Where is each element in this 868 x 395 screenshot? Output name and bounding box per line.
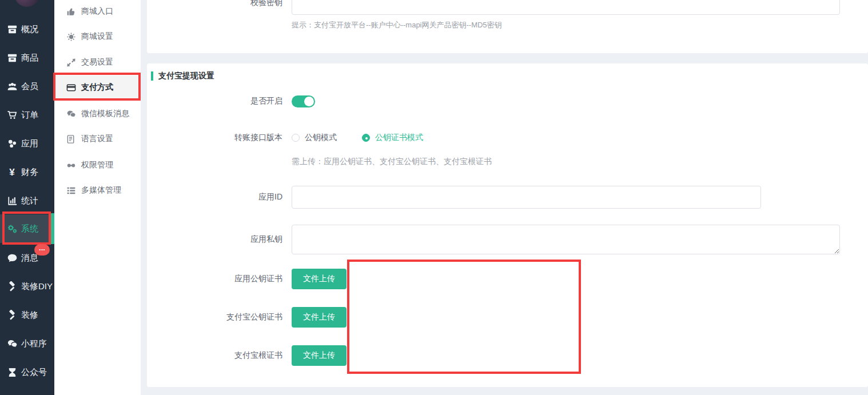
goods-icon [6,52,18,63]
sidebar-item-label: 会员 [21,81,38,92]
sidebar-item-label: 商品 [21,53,38,63]
private-key-textarea[interactable] [292,225,840,254]
sidebar-item-orders[interactable]: 订单 [0,101,54,129]
official-account-icon [6,366,18,378]
menu-item-wechat-template[interactable]: 微信模板消息 [54,101,141,126]
menu-item-label: 微信模板消息 [81,109,129,119]
menu-item-media-manage[interactable]: 多媒体管理 [54,178,141,203]
message-icon [6,252,18,264]
alipay-public-cert-upload-button[interactable]: 文件上传 [292,307,347,328]
app-public-cert-upload-button[interactable]: 文件上传 [292,269,347,289]
verify-key-input[interactable] [292,0,840,15]
message-count-badge: ... [34,244,50,256]
permission-icon [66,160,76,170]
sidebar-item-finance[interactable]: ¥ 财务 [0,158,54,186]
wechat-template-icon [66,109,76,119]
menu-item-label: 商城设置 [81,31,113,42]
shop-settings-icon [66,31,76,42]
menu-item-label: 权限管理 [81,160,113,170]
sidebar-item-members[interactable]: 会员 [0,72,54,101]
toggle-knob [304,97,314,106]
menu-item-language-settings[interactable]: 语言设置 [54,126,141,151]
radio-option-cert-mode[interactable]: 公钥证书模式 [362,133,423,143]
menu-item-label: 商城入口 [81,6,113,17]
sidebar-item-label: 应用 [21,138,38,149]
alipay-root-cert-upload-button[interactable]: 文件上传 [292,345,347,366]
trade-settings-icon [66,57,76,67]
miniprogram-icon [6,338,18,349]
payment-method-icon [66,82,76,93]
sidebar-item-label: 装修 [21,310,38,321]
sidebar-item-diy[interactable]: 装修DIY [0,272,54,301]
sidebar-item-label: 订单 [21,110,38,121]
sidebar-item-label: 装修DIY [21,281,53,292]
sidebar-item-fitment[interactable]: 装修 [0,301,54,329]
primary-sidebar: 概况 商品 会员 订单 应用 ¥ [0,0,54,395]
radio-option-public-key[interactable]: 公钥模式 [292,133,337,143]
menu-item-shop-settings[interactable]: 商城设置 [54,24,141,49]
sidebar-item-label: 小程序 [21,338,47,349]
main-content: 校验密钥 提示：支付宝开放平台--账户中心--mapi网关产品密钥--MD5密钥… [141,0,868,395]
version-label: 转账接口版本 [147,133,282,143]
sidebar-item-miniprogram[interactable]: 小程序 [0,329,54,358]
sidebar-item-official-account[interactable]: 公众号 [0,358,54,386]
menu-item-label: 语言设置 [81,134,113,144]
system-icon [6,223,18,234]
menu-item-trade-settings[interactable]: 交易设置 [54,50,141,75]
verify-key-card: 校验密钥 提示：支付宝开放平台--账户中心--mapi网关产品密钥--MD5密钥 [147,0,868,53]
verify-key-label: 校验密钥 [147,0,282,8]
overview-icon [6,23,18,35]
media-manage-icon [66,185,76,195]
sidebar-item-label: 统计 [21,195,38,206]
enable-toggle[interactable] [292,95,315,107]
fitment-hammer-icon [6,309,18,321]
upload-label: 支付宝公钥证书 [147,312,282,322]
alipay-withdraw-card: 支付宝提现设置 是否开启 转账接口版本 公钥模式 [147,63,868,387]
shop-entry-icon [66,6,76,17]
sidebar-item-system[interactable]: 系统 [0,214,54,243]
sidebar-item-overview[interactable]: 概况 [0,15,54,43]
sidebar-item-stats[interactable]: 统计 [0,186,54,215]
enable-label: 是否开启 [147,96,282,106]
version-hint: 需上传：应用公钥证书、支付宝公钥证书、支付宝根证书 [292,157,492,167]
sidebar-item-label: 概况 [21,24,38,35]
menu-item-label: 交易设置 [81,57,113,67]
section-accent-bar [151,71,153,81]
radio-unselected-icon [292,134,300,142]
section-title: 支付宝提现设置 [158,71,214,81]
upload-label: 支付宝根证书 [147,350,282,361]
radio-selected-icon [362,134,370,142]
admin-app: 概况 商品 会员 订单 应用 ¥ [0,0,868,395]
menu-item-label: 支付方式 [81,82,113,93]
sidebar-item-label: 公众号 [21,367,47,378]
sidebar-item-apps[interactable]: 应用 [0,129,54,158]
stats-icon [6,195,18,206]
private-key-label: 应用私钥 [147,234,282,245]
sidebar-item-label: 系统 [21,224,38,234]
menu-item-label: 多媒体管理 [81,185,121,195]
diy-hammer-icon [6,281,18,292]
finance-icon: ¥ [6,166,18,178]
orders-icon [6,109,18,121]
secondary-menu: 商城入口 商城设置 交易设置 支付方式 微信模板消息 [54,0,141,395]
avatar[interactable] [14,0,39,7]
verify-key-hint: 提示：支付宝开放平台--账户中心--mapi网关产品密钥--MD5密钥 [292,20,502,30]
app-id-input[interactable] [292,186,761,209]
members-icon [6,81,18,92]
menu-item-permission[interactable]: 权限管理 [54,153,141,178]
apps-icon [6,138,18,149]
sidebar-item-label: 财务 [21,167,38,178]
menu-item-shop-entry[interactable]: 商城入口 [54,0,141,24]
upload-label: 应用公钥证书 [147,274,282,284]
section-header: 支付宝提现设置 [151,71,214,81]
sidebar-item-goods[interactable]: 商品 [0,43,54,72]
language-settings-icon [66,134,76,144]
menu-item-payment-method[interactable]: 支付方式 [54,75,141,99]
app-id-label: 应用ID [147,192,282,202]
